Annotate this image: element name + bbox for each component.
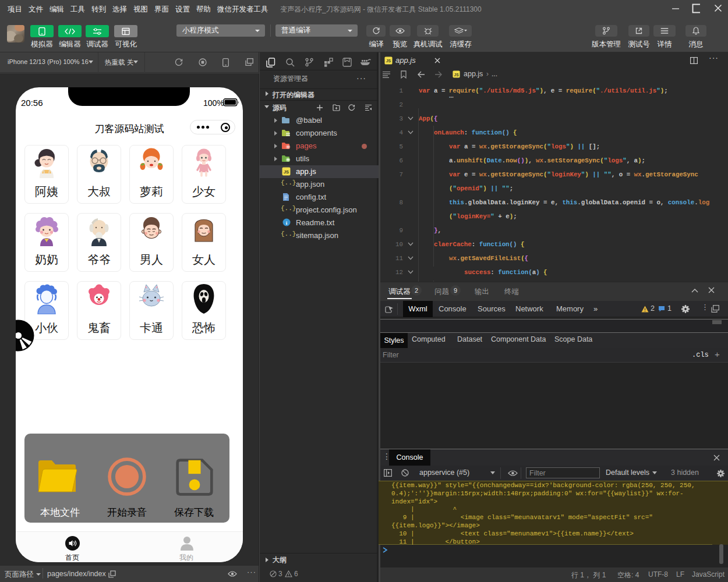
svg-text:JS: JS — [386, 59, 391, 63]
svg-text:JS: JS — [284, 169, 289, 175]
svg-text:JS: JS — [454, 73, 460, 77]
